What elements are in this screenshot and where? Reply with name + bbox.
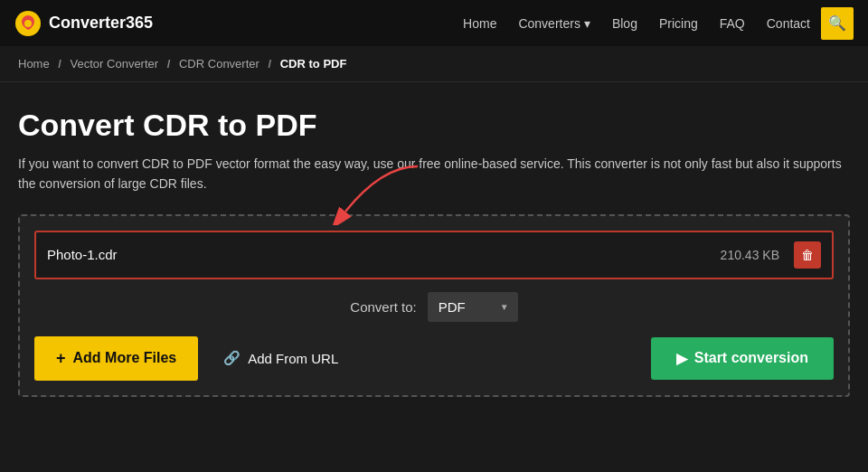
trash-icon: 🗑 [801, 248, 814, 262]
plus-icon: + [56, 349, 66, 368]
nav-contact[interactable]: Contact [767, 16, 810, 31]
breadcrumb: Home / Vector Converter / CDR Converter … [0, 46, 868, 82]
bottom-bar: + Add More Files 🔗 Add From URL ▶ Start … [34, 336, 834, 381]
nav-blog[interactable]: Blog [612, 16, 637, 31]
add-url-button[interactable]: 🔗 Add From URL [209, 337, 353, 379]
page-description: If you want to convert CDR to PDF vector… [18, 154, 850, 194]
delete-file-button[interactable]: 🗑 [794, 241, 821, 269]
file-info-right: 210.43 KB 🗑 [721, 241, 821, 269]
nav-home[interactable]: Home [463, 16, 496, 31]
add-files-button[interactable]: + Add More Files [34, 336, 198, 381]
breadcrumb-current: CDR to PDF [280, 57, 347, 71]
play-icon: ▶ [676, 350, 687, 367]
file-size: 210.43 KB [721, 248, 779, 262]
breadcrumb-vector[interactable]: Vector Converter [71, 57, 159, 71]
converter-box: Photo-1.cdr 210.43 KB 🗑 Convert to: PDF … [18, 214, 850, 397]
left-buttons: + Add More Files 🔗 Add From URL [34, 336, 353, 381]
convert-to-row: Convert to: PDF SVG EPS PNG JPG [34, 292, 834, 322]
link-icon: 🔗 [223, 350, 241, 366]
nav-faq[interactable]: FAQ [720, 16, 745, 31]
breadcrumb-cdr[interactable]: CDR Converter [179, 57, 259, 71]
file-row: Photo-1.cdr 210.43 KB 🗑 [34, 231, 834, 279]
file-name: Photo-1.cdr [47, 247, 118, 262]
search-icon: 🔍 [828, 14, 846, 32]
nav-pricing[interactable]: Pricing [659, 16, 698, 31]
search-button[interactable]: 🔍 [821, 7, 854, 40]
svg-point-1 [24, 20, 32, 27]
logo[interactable]: Converter365 [14, 10, 153, 37]
navbar: Converter365 Home Converters ▾ Blog Pric… [0, 0, 868, 46]
start-conversion-button[interactable]: ▶ Start conversion [651, 337, 834, 380]
breadcrumb-home[interactable]: Home [18, 57, 50, 71]
format-select-wrapper: PDF SVG EPS PNG JPG [428, 292, 518, 322]
chevron-down-icon: ▾ [584, 16, 590, 31]
nav-converters[interactable]: Converters ▾ [518, 16, 590, 31]
convert-to-label: Convert to: [350, 299, 416, 315]
format-select[interactable]: PDF SVG EPS PNG JPG [428, 292, 518, 322]
nav-links: Home Converters ▾ Blog Pricing FAQ Conta… [463, 15, 810, 32]
main-content: Convert CDR to PDF If you want to conver… [0, 82, 868, 415]
logo-icon [14, 10, 42, 37]
page-title: Convert CDR to PDF [18, 108, 850, 143]
